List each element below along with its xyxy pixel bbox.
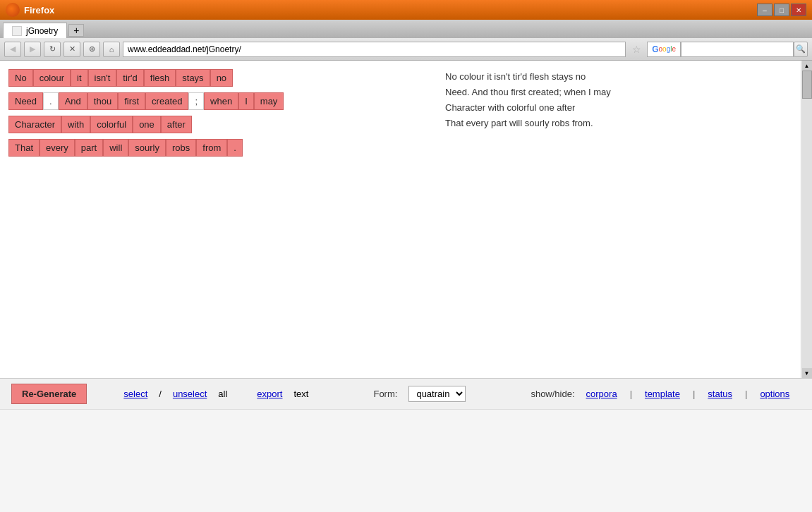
all-label: all <box>218 389 227 399</box>
regenerate-button[interactable]: Re-Generate <box>11 384 87 404</box>
forward-button[interactable]: ▶ <box>24 42 41 57</box>
active-tab[interactable]: jGnoetry <box>3 23 67 38</box>
home-button[interactable]: ⌂ <box>103 42 120 57</box>
search-button[interactable]: 🔍 <box>794 42 808 57</box>
select-link[interactable]: select <box>123 389 147 399</box>
token-colorful[interactable]: colorful <box>90 116 133 133</box>
text-label: text <box>293 389 308 399</box>
google-search-box-wrapper: Google 🔍 <box>647 42 808 57</box>
pipe1: | <box>630 389 632 399</box>
scroll-thumb[interactable] <box>802 71 812 99</box>
sep-period1: . <box>43 92 59 110</box>
token-character[interactable]: Character <box>8 116 61 133</box>
poem-line-1: No colour it isn't tir'd flesh stays no <box>445 69 789 85</box>
token-and[interactable]: And <box>59 92 87 110</box>
token-when[interactable]: when <box>204 92 238 110</box>
scroll-down-button[interactable]: ▼ <box>802 368 812 378</box>
tab-title: jGnoetry <box>26 26 58 36</box>
token-sourly[interactable]: sourly <box>128 139 166 157</box>
sep-semicolon: ; <box>188 92 204 110</box>
token-period2[interactable]: . <box>227 139 243 157</box>
token-i[interactable]: I <box>238 92 254 110</box>
maximize-button[interactable]: □ <box>774 4 789 16</box>
content-wrapper: No colour it isn't tir'd flesh stays no … <box>0 61 812 512</box>
form-select[interactable]: quatrain sonnet haiku couplet <box>408 386 466 402</box>
token-stays[interactable]: stays <box>176 69 210 87</box>
title-bar: Firefox – □ ✕ <box>0 0 812 20</box>
title-bar-text: Firefox <box>24 5 54 16</box>
word-row-2: Need . And thou first created ; when I m… <box>8 92 425 110</box>
token-it[interactable]: it <box>71 69 88 87</box>
pipe2: | <box>693 389 695 399</box>
token-need[interactable]: Need <box>8 92 43 110</box>
reload-button[interactable]: ↻ <box>44 42 61 57</box>
left-panel: No colour it isn't tir'd flesh stays no … <box>0 61 434 378</box>
bottom-toolbar: Re-Generate select / unselect all export… <box>0 378 812 409</box>
token-after[interactable]: after <box>161 116 192 133</box>
token-first[interactable]: first <box>118 92 145 110</box>
poem-line-2: Need. And thou first created; when I may <box>445 85 789 100</box>
token-robs[interactable]: robs <box>166 139 196 157</box>
word-row-3: Character with colorful one after <box>8 116 425 133</box>
show-hide-label: show/hide: <box>531 389 574 399</box>
poem-line-4: That every part will sourly robs from. <box>445 116 789 131</box>
scroll-track <box>802 71 812 368</box>
url-bar[interactable] <box>123 42 626 57</box>
token-may[interactable]: may <box>254 92 284 110</box>
google-search-input[interactable] <box>681 42 794 57</box>
extra-area <box>0 409 812 512</box>
right-panel: No colour it isn't tir'd flesh stays no … <box>434 61 801 378</box>
unselect-link[interactable]: unselect <box>173 389 207 399</box>
firefox-logo <box>6 3 20 17</box>
token-that[interactable]: That <box>8 139 40 157</box>
tab-favicon <box>12 26 22 36</box>
export-link[interactable]: export <box>257 389 282 399</box>
content-main: No colour it isn't tir'd flesh stays no … <box>0 61 812 512</box>
token-no[interactable]: No <box>8 69 33 87</box>
star-button[interactable]: ☆ <box>629 42 644 57</box>
token-thou[interactable]: thou <box>87 92 118 110</box>
close-button[interactable]: ✕ <box>791 4 806 16</box>
token-will[interactable]: will <box>103 139 128 157</box>
options-link[interactable]: options <box>760 389 789 399</box>
stop-button[interactable]: ✕ <box>63 42 80 57</box>
scroll-up-button[interactable]: ▲ <box>802 61 812 71</box>
token-flesh[interactable]: flesh <box>144 69 176 87</box>
browser-content: No colour it isn't tir'd flesh stays no … <box>0 61 812 378</box>
token-no2[interactable]: no <box>210 69 233 87</box>
token-every[interactable]: every <box>40 139 75 157</box>
word-row-4: That every part will sourly robs from . <box>8 139 425 157</box>
poem-line-3: Character with colorful one after <box>445 100 789 116</box>
template-link[interactable]: template <box>645 389 680 399</box>
token-part[interactable]: part <box>75 139 103 157</box>
token-isnt[interactable]: isn't <box>88 69 117 87</box>
window-controls: – □ ✕ <box>757 4 806 16</box>
word-row-1: No colour it isn't tir'd flesh stays no <box>8 69 425 87</box>
status-link[interactable]: status <box>708 389 732 399</box>
google-icon-wrapper: Google <box>647 42 681 57</box>
tab-bar: jGnoetry + <box>0 20 812 38</box>
token-with[interactable]: with <box>61 116 90 133</box>
minimize-button[interactable]: – <box>757 4 772 16</box>
token-colour[interactable]: colour <box>33 69 71 87</box>
select-sep: / <box>159 389 162 399</box>
token-one[interactable]: one <box>133 116 161 133</box>
nav-bar: ◀ ▶ ↻ ✕ ⊕ ⌂ ☆ Google 🔍 <box>0 38 812 61</box>
main-wrapper: No colour it isn't tir'd flesh stays no … <box>0 61 812 512</box>
scrollbar[interactable]: ▲ ▼ <box>801 61 812 378</box>
token-created[interactable]: created <box>145 92 188 110</box>
token-tird[interactable]: tir'd <box>116 69 144 87</box>
back-button[interactable]: ◀ <box>4 42 21 57</box>
corpora-link[interactable]: corpora <box>586 389 617 399</box>
bookmark-button[interactable]: ⊕ <box>83 42 100 57</box>
form-label: Form: <box>373 389 397 399</box>
google-label-g: G <box>652 44 658 54</box>
token-from[interactable]: from <box>196 139 227 157</box>
pipe3: | <box>745 389 747 399</box>
new-tab-button[interactable]: + <box>68 24 84 37</box>
google-dot5: e <box>672 45 676 53</box>
